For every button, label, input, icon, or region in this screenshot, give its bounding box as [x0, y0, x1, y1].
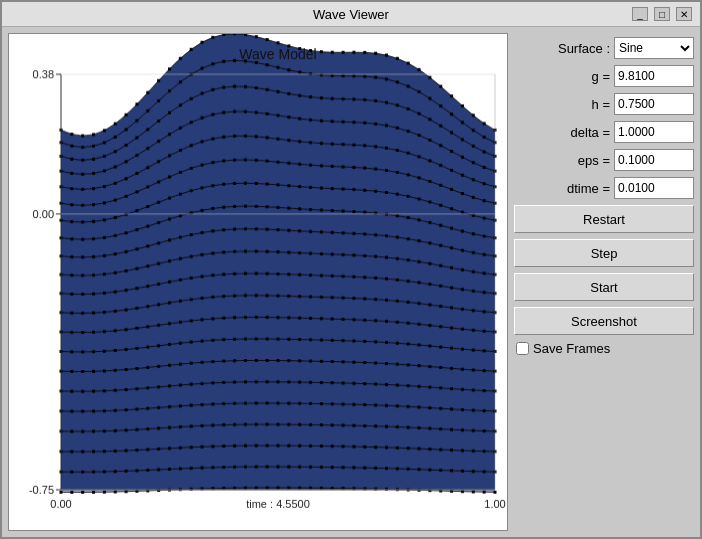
main-window: Wave Viewer _ □ ✕ Surface : Sine Flat St…	[0, 0, 702, 539]
dtime-input[interactable]	[614, 177, 694, 199]
save-frames-label: Save Frames	[533, 341, 610, 356]
dtime-label: dtime =	[567, 181, 610, 196]
delta-input[interactable]	[614, 121, 694, 143]
g-label: g =	[592, 69, 610, 84]
minimize-button[interactable]: _	[632, 7, 648, 21]
dtime-row: dtime =	[514, 177, 694, 199]
close-button[interactable]: ✕	[676, 7, 692, 21]
surface-row: Surface : Sine Flat Step	[514, 37, 694, 59]
surface-label: Surface :	[558, 41, 610, 56]
h-input[interactable]	[614, 93, 694, 115]
h-label: h =	[592, 97, 610, 112]
eps-row: eps =	[514, 149, 694, 171]
h-row: h =	[514, 93, 694, 115]
window-controls: _ □ ✕	[632, 7, 692, 21]
save-frames-row: Save Frames	[514, 341, 694, 356]
screenshot-button[interactable]: Screenshot	[514, 307, 694, 335]
restart-button[interactable]: Restart	[514, 205, 694, 233]
delta-row: delta =	[514, 121, 694, 143]
g-input[interactable]	[614, 65, 694, 87]
surface-dropdown-wrapper: Sine Flat Step	[614, 37, 694, 59]
window-title: Wave Viewer	[70, 7, 632, 22]
wave-canvas	[9, 34, 507, 530]
wave-canvas-area	[8, 33, 508, 531]
step-button[interactable]: Step	[514, 239, 694, 267]
eps-label: eps =	[578, 153, 610, 168]
surface-select[interactable]: Sine Flat Step	[614, 37, 694, 59]
sidebar: Surface : Sine Flat Step g = h =	[514, 33, 694, 531]
content-area: Surface : Sine Flat Step g = h =	[2, 27, 700, 537]
maximize-button[interactable]: □	[654, 7, 670, 21]
start-button[interactable]: Start	[514, 273, 694, 301]
delta-label: delta =	[571, 125, 610, 140]
title-bar: Wave Viewer _ □ ✕	[2, 2, 700, 27]
save-frames-checkbox[interactable]	[516, 342, 529, 355]
eps-input[interactable]	[614, 149, 694, 171]
g-row: g =	[514, 65, 694, 87]
